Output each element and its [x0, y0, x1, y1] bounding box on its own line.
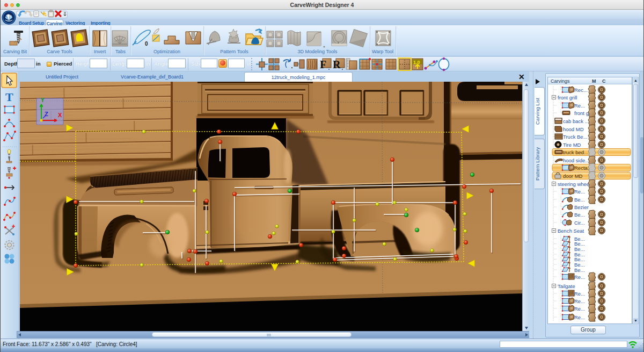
svg-text:0: 0	[145, 41, 148, 47]
svg-text:Be...: Be...	[574, 212, 585, 218]
svg-text:Cir...: Cir...	[574, 220, 585, 226]
svg-text:front grill: front grill	[558, 95, 577, 100]
svg-text:cab back ...: cab back ...	[563, 118, 589, 124]
svg-text:R: R	[333, 59, 341, 70]
svg-text:truck bed...: truck bed...	[563, 149, 588, 155]
svg-text:Truck Be...: Truck Be...	[563, 134, 588, 140]
svg-text:Bezier: Bezier	[574, 204, 589, 210]
svg-text:door MD: door MD	[563, 173, 583, 179]
svg-text:steering wheel: steering wheel	[558, 181, 590, 187]
svg-text:T: T	[5, 90, 13, 104]
svg-text:Re...: Re...	[574, 298, 585, 304]
svg-text:Re...: Re...	[574, 189, 585, 195]
svg-text:Bench Seat: Bench Seat	[558, 228, 584, 234]
svg-text:Tire MD: Tire MD	[563, 142, 581, 148]
svg-text:hood MD: hood MD	[563, 126, 584, 132]
svg-text:Rec...: Rec...	[574, 87, 588, 93]
svg-text:Y: Y	[41, 97, 45, 103]
svg-text:Re...: Re...	[574, 314, 585, 320]
svg-text:Re...: Re...	[574, 306, 585, 312]
svg-text:Re...: Re...	[574, 274, 585, 280]
svg-text:hood side...: hood side...	[563, 157, 589, 163]
svg-text:X: X	[58, 112, 62, 118]
svg-text:Re...: Re...	[574, 103, 585, 109]
svg-text:Be...: Be...	[574, 267, 585, 273]
svg-text:Re...: Re...	[574, 291, 585, 297]
svg-text:Tailgate: Tailgate	[558, 283, 575, 289]
svg-text:F: F	[320, 59, 326, 70]
svg-text:1.0: 1.0	[413, 59, 420, 64]
svg-text:Be...: Be...	[574, 197, 585, 203]
svg-text:Z: Z	[45, 111, 48, 117]
